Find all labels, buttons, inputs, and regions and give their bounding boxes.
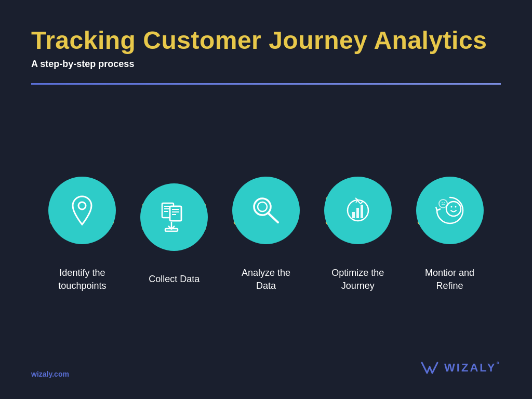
subtitle: A step-by-step process (31, 59, 501, 70)
step-5-circle-wrapper (409, 170, 490, 251)
step-4-circle-wrapper (317, 170, 398, 251)
step-3-label: Analyze the Data (242, 267, 290, 292)
svg-line-14 (268, 213, 278, 222)
step-3-circle-wrapper (225, 170, 306, 251)
step-4-circle (324, 177, 392, 244)
step-3-circle (232, 177, 300, 244)
wizaly-logo-icon (419, 357, 440, 378)
steps-container: Identify the touchpoints (31, 116, 501, 347)
chart-icon (340, 192, 376, 229)
step-4: Optimize the Journey (312, 170, 404, 292)
svg-point-23 (444, 202, 445, 203)
logo-text: WIZALY° (444, 361, 501, 375)
svg-point-22 (442, 202, 443, 203)
main-title: Tracking Customer Journey Analytics (31, 26, 501, 55)
svg-point-21 (439, 200, 447, 208)
location-icon (64, 192, 100, 229)
search-icon (248, 192, 284, 229)
svg-point-13 (258, 202, 267, 211)
step-2: Collect Data (128, 177, 220, 286)
svg-rect-17 (361, 205, 363, 218)
step-4-label: Optimize the Journey (331, 267, 384, 292)
svg-point-0 (78, 202, 86, 209)
step-1-circle-wrapper (42, 170, 123, 251)
header: Tracking Customer Journey Analytics A st… (31, 26, 501, 78)
step-5-circle (416, 177, 484, 244)
svg-rect-5 (170, 206, 181, 221)
svg-rect-11 (165, 229, 178, 231)
footer: wizaly.com WIZALY° (31, 357, 501, 378)
step-1: Identify the touchpoints (36, 170, 128, 292)
svg-rect-15 (352, 212, 355, 218)
divider (31, 83, 501, 85)
website-url: wizaly.com (31, 370, 69, 378)
step-1-label: Identify the touchpoints (58, 267, 106, 292)
logo-area: WIZALY° (419, 357, 501, 378)
svg-point-20 (455, 206, 456, 208)
step-1-circle (48, 177, 116, 244)
svg-point-19 (450, 206, 452, 208)
step-3: Analyze the Data (220, 170, 312, 292)
documents-icon (156, 199, 192, 235)
step-2-circle (140, 183, 208, 251)
emoji-icon (432, 192, 468, 229)
step-2-circle-wrapper (134, 177, 215, 257)
step-5-label: Montior and Refine (425, 267, 474, 292)
svg-point-18 (446, 202, 461, 216)
step-2-label: Collect Data (149, 273, 200, 286)
page-container: Tracking Customer Journey Analytics A st… (0, 0, 532, 399)
step-5: Montior and Refine (404, 170, 496, 292)
svg-rect-16 (356, 208, 359, 218)
